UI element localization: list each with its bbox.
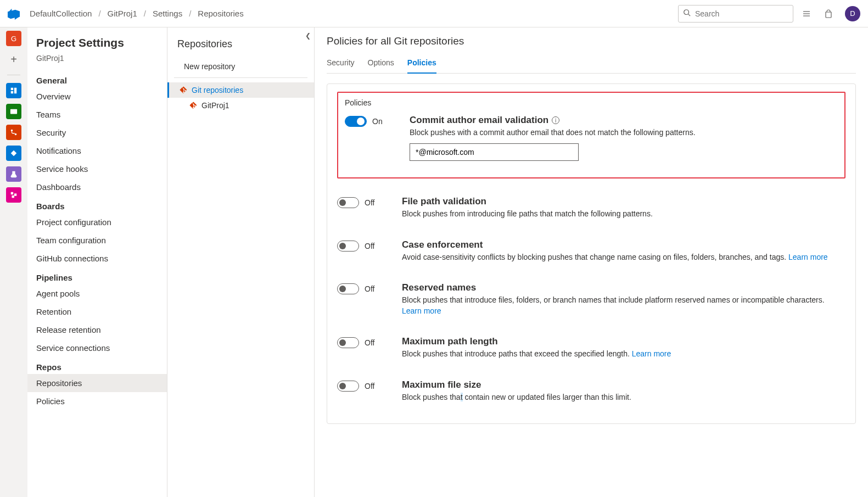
nav-item-project-config[interactable]: Project configuration <box>27 213 167 231</box>
breadcrumb-separator: / <box>189 9 191 18</box>
rail-overview-icon[interactable] <box>6 83 21 98</box>
svg-rect-7 <box>11 91 13 93</box>
policy-title: Maximum file size <box>402 379 631 390</box>
learn-more-link[interactable]: Learn more <box>788 253 828 261</box>
svg-point-9 <box>11 130 13 132</box>
info-icon[interactable]: i <box>552 116 559 124</box>
nav-item-team-config[interactable]: Team configuration <box>27 231 167 249</box>
toggle-state-label: Off <box>365 382 374 390</box>
rail-repos-icon[interactable] <box>6 125 21 140</box>
settings-nav: Project Settings GitProj1 General Overvi… <box>27 27 167 497</box>
tab-security[interactable]: Security <box>327 55 355 73</box>
repo-tree-root[interactable]: Git repositories <box>167 82 314 98</box>
rail-testplans-icon[interactable] <box>6 166 21 182</box>
highlighted-region: Policies On Commit author email validati… <box>337 92 845 178</box>
nav-group-general: General <box>27 70 167 87</box>
nav-item-github-connections[interactable]: GitHub connections <box>27 249 167 267</box>
toggle-email-validation[interactable] <box>345 116 367 127</box>
page-title: Policies for all Git repositories <box>327 35 856 47</box>
tab-options[interactable]: Options <box>368 55 394 73</box>
topbar: DefaultCollection / GitProj1 / Settings … <box>0 0 868 27</box>
nav-item-repositories[interactable]: Repositories <box>27 374 167 392</box>
email-pattern-input[interactable] <box>410 143 579 161</box>
breadcrumb-separator: / <box>98 9 100 18</box>
main-content: Policies for all Git repositories Securi… <box>315 27 868 497</box>
collapse-pane-icon[interactable]: ❮ <box>305 32 311 40</box>
nav-item-service-hooks[interactable]: Service hooks <box>27 160 167 178</box>
policy-description: Block pushes that introduce files, folde… <box>402 294 845 317</box>
nav-rail: G + <box>0 27 27 497</box>
toggle-state-label: Off <box>365 284 374 293</box>
tab-policies[interactable]: Policies <box>407 55 436 74</box>
rail-project-tile[interactable]: G <box>6 31 21 46</box>
repositories-pane: ❮ Repositories New repository Git reposi… <box>167 27 315 497</box>
new-repository-link[interactable]: New repository <box>174 58 307 78</box>
toggle-max-file-size[interactable] <box>337 381 359 392</box>
svg-rect-5 <box>11 88 13 90</box>
nav-group-repos: Repos <box>27 357 167 374</box>
policy-description: Avoid case-sensitivity conflicts by bloc… <box>402 252 828 263</box>
nav-item-agent-pools[interactable]: Agent pools <box>27 284 167 303</box>
policy-email-validation: On Commit author email validation i Bloc… <box>345 107 838 169</box>
shopping-bag-icon[interactable] <box>820 5 837 23</box>
toggle-reserved-names[interactable] <box>337 283 359 294</box>
rail-add-button[interactable]: + <box>6 52 21 67</box>
nav-group-boards: Boards <box>27 196 167 213</box>
policy-file-path-validation: Off File path validation Block pushes fr… <box>337 188 845 227</box>
svg-rect-6 <box>14 88 16 94</box>
learn-more-link[interactable]: Learn more <box>402 306 441 315</box>
search-box[interactable] <box>678 5 793 23</box>
breadcrumb-item[interactable]: DefaultCollection <box>30 9 92 18</box>
repo-tree: Git repositories GitProj1 <box>167 81 314 113</box>
rail-boards-icon[interactable] <box>6 104 21 119</box>
breadcrumb-item[interactable]: Settings <box>153 9 182 18</box>
git-icon <box>189 102 197 109</box>
toggle-case-enforcement[interactable] <box>337 241 359 252</box>
policy-title: Maximum path length <box>402 336 671 347</box>
git-icon <box>180 86 187 94</box>
policies-panel: Policies On Commit author email validati… <box>327 83 856 424</box>
panel-title: Policies <box>345 98 838 107</box>
rail-pipelines-icon[interactable] <box>6 146 21 161</box>
svg-point-0 <box>684 10 689 15</box>
search-input[interactable] <box>695 9 791 18</box>
toggle-file-path-validation[interactable] <box>337 197 359 208</box>
repo-tree-item-label: GitProj1 <box>201 101 229 110</box>
policy-description: Block pushes that introduce paths that e… <box>402 348 671 359</box>
nav-group-pipelines: Pipelines <box>27 267 167 284</box>
breadcrumb-item[interactable]: GitProj1 <box>108 9 137 18</box>
user-avatar[interactable]: D <box>845 6 860 21</box>
breadcrumb: DefaultCollection / GitProj1 / Settings … <box>30 9 244 18</box>
nav-item-service-connections[interactable]: Service connections <box>27 339 167 357</box>
azure-devops-logo-icon[interactable] <box>8 8 20 20</box>
policy-title: File path validation <box>402 196 653 207</box>
nav-item-policies[interactable]: Policies <box>27 392 167 410</box>
learn-more-link[interactable]: Learn more <box>632 349 671 358</box>
nav-item-teams[interactable]: Teams <box>27 105 167 124</box>
settings-title: Project Settings <box>27 36 167 51</box>
rail-divider <box>7 75 20 75</box>
nav-item-dashboards[interactable]: Dashboards <box>27 178 167 196</box>
rail-artifacts-icon[interactable] <box>6 187 21 203</box>
policy-title: Case enforcement <box>402 239 828 250</box>
settings-project-name: GitProj1 <box>27 51 167 70</box>
nav-item-notifications[interactable]: Notifications <box>27 142 167 160</box>
repo-tree-item[interactable]: GitProj1 <box>167 98 314 113</box>
svg-line-1 <box>688 14 691 16</box>
policy-title: Reserved names <box>402 282 845 293</box>
policy-description: Block pushes that contain new or updated… <box>402 392 631 403</box>
toggle-max-path-length[interactable] <box>337 337 359 348</box>
policy-title: Commit author email validation <box>410 115 548 126</box>
breadcrumb-item[interactable]: Repositories <box>198 9 243 18</box>
repo-tree-root-label: Git repositories <box>192 86 243 94</box>
nav-item-release-retention[interactable]: Release retention <box>27 321 167 339</box>
toggle-state-label: Off <box>365 198 374 207</box>
nav-item-security[interactable]: Security <box>27 124 167 142</box>
nav-item-retention[interactable]: Retention <box>27 303 167 321</box>
nav-item-overview[interactable]: Overview <box>27 87 167 105</box>
toggle-state-label: Off <box>365 242 374 250</box>
tab-bar: Security Options Policies <box>327 55 856 74</box>
list-icon[interactable] <box>798 5 815 23</box>
toggle-state-label: On <box>372 117 383 126</box>
svg-rect-12 <box>14 193 16 196</box>
